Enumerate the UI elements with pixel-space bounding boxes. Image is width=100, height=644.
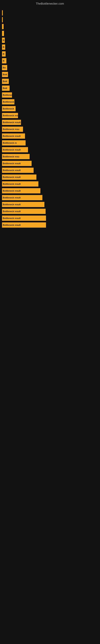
bar-row: Bottleneck resu — [2, 154, 98, 159]
site-title: TheBottlenecker.com — [0, 0, 100, 6]
bar-row: Bo — [2, 65, 98, 70]
bar-30: Bottleneck result — [2, 216, 46, 221]
bar-row: Bottleneck result — [2, 174, 98, 180]
bar-row: B — [2, 38, 98, 43]
bar-label-29: Bottleneck result — [3, 210, 21, 212]
bar-row: Bottleneck result — [2, 222, 98, 228]
bar-3 — [2, 31, 4, 36]
bar-row: B — [2, 58, 98, 64]
bar-label-24: Bottleneck result — [3, 176, 21, 178]
bar-row: Bottleneck result — [2, 195, 98, 200]
bar-label-14: Bottleneck — [3, 108, 14, 110]
bar-label-20: Bottleneck result — [3, 148, 21, 151]
bar-label-26: Bottleneck result — [3, 190, 21, 192]
bar-row — [2, 10, 98, 16]
bar-11: Bott — [2, 86, 10, 91]
bar-20: Bottleneck result — [2, 147, 28, 152]
bar-21: Bottleneck resu — [2, 154, 30, 159]
bar-27: Bottleneck result — [2, 195, 42, 200]
bar-row: Bottleneck resu — [2, 113, 98, 118]
bar-label-28: Bottleneck result — [3, 203, 21, 206]
bar-7: B — [2, 58, 6, 64]
bar-label-11: Bott — [3, 87, 7, 89]
bar-label-10: Bott — [3, 80, 7, 82]
bars-container: BBBBBoBottBottBottBottlenecBottleneck re… — [0, 6, 100, 231]
bar-6: B — [2, 51, 6, 56]
bar-24: Bottleneck result — [2, 174, 36, 180]
bar-row: Bottleneck result — [2, 120, 98, 125]
bar-row: Bottleneck result — [2, 209, 98, 214]
bar-5: B — [2, 44, 5, 50]
bar-row: Bottleneck re — [2, 140, 98, 146]
bar-1 — [2, 17, 3, 22]
bar-row: Bottleneck result — [2, 188, 98, 194]
bar-label-5: B — [3, 46, 4, 48]
bar-23: Bottleneck result — [2, 168, 34, 173]
bar-label-7: B — [3, 60, 4, 62]
bar-13: Bottleneck re — [2, 99, 14, 104]
bar-row: Bottleneck result — [2, 168, 98, 173]
bar-label-25: Bottleneck result — [3, 183, 21, 185]
bar-row: Bottlenec — [2, 92, 98, 98]
bar-25: Bottleneck result — [2, 181, 38, 186]
bar-14: Bottleneck — [2, 106, 16, 111]
bar-label-31: Bottleneck result — [3, 224, 21, 226]
bar-19: Bottleneck re — [2, 140, 26, 146]
bar-10: Bott — [2, 79, 9, 84]
bar-row: Bottleneck resu — [2, 126, 98, 132]
bar-row: Bottleneck result — [2, 134, 98, 139]
bar-31: Bottleneck result — [2, 222, 46, 228]
bar-label-17: Bottleneck resu — [3, 128, 19, 130]
bar-row — [2, 31, 98, 36]
bar-row: Bottleneck — [2, 106, 98, 111]
bar-label-18: Bottleneck result — [3, 135, 21, 137]
bar-label-6: B — [3, 53, 4, 55]
bar-row: Bottleneck result — [2, 147, 98, 152]
bar-row: Bott — [2, 72, 98, 77]
bar-row: Bottleneck result — [2, 161, 98, 166]
bar-17: Bottleneck resu — [2, 126, 23, 132]
bar-row: Bottleneck re — [2, 99, 98, 104]
bar-label-12: Bottlenec — [3, 94, 12, 96]
bar-row: Bottleneck result — [2, 216, 98, 221]
bar-12: Bottlenec — [2, 92, 12, 98]
bar-0 — [2, 10, 3, 16]
bar-26: Bottleneck result — [2, 188, 40, 194]
bar-label-13: Bottleneck re — [3, 100, 14, 103]
bar-label-9: Bott — [3, 73, 7, 76]
bar-row: Bott — [2, 86, 98, 91]
bar-15: Bottleneck resu — [2, 113, 18, 118]
bar-row: B — [2, 51, 98, 56]
bar-row — [2, 24, 98, 29]
bar-row: Bottleneck result — [2, 181, 98, 186]
bar-28: Bottleneck result — [2, 202, 44, 207]
bar-label-22: Bottleneck result — [3, 162, 21, 164]
bar-label-21: Bottleneck resu — [3, 155, 19, 158]
bar-label-27: Bottleneck result — [3, 196, 21, 199]
bar-label-30: Bottleneck result — [3, 217, 21, 219]
bar-row — [2, 17, 98, 22]
bar-row: B — [2, 44, 98, 50]
bar-4: B — [2, 38, 5, 43]
bar-2 — [2, 24, 3, 29]
bar-29: Bottleneck result — [2, 209, 46, 214]
bar-label-8: Bo — [3, 66, 6, 69]
bar-label-15: Bottleneck resu — [3, 114, 18, 117]
bar-22: Bottleneck result — [2, 161, 32, 166]
bar-8: Bo — [2, 65, 7, 70]
bar-row: Bottleneck result — [2, 202, 98, 207]
bar-18: Bottleneck result — [2, 134, 25, 139]
bar-9: Bott — [2, 72, 8, 77]
bar-label-4: B — [3, 39, 4, 42]
bar-row: Bott — [2, 79, 98, 84]
bar-16: Bottleneck result — [2, 120, 21, 125]
bar-label-23: Bottleneck result — [3, 169, 21, 172]
bar-label-16: Bottleneck result — [3, 121, 21, 124]
bar-label-19: Bottleneck re — [3, 142, 17, 144]
